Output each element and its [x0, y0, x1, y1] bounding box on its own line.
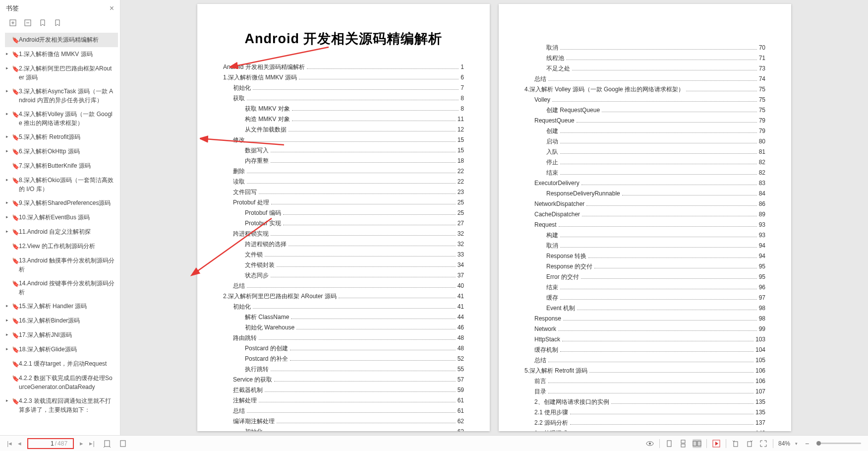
expand-icon[interactable] [6, 279, 11, 280]
toc-row[interactable]: 2.2 源码分析 137 [524, 418, 765, 427]
expand-icon[interactable] [6, 161, 11, 162]
toc-row[interactable]: 2.1 使用步骤 135 [524, 408, 765, 417]
toc-row[interactable]: 创建 RequestQueue75 [524, 106, 765, 115]
toc-row[interactable]: 文件锁33 [223, 250, 464, 259]
bookmark-item[interactable]: ▸🔖1.深入解析微信 MMKV 源码 [5, 47, 118, 62]
expand-icon[interactable] [6, 256, 11, 257]
toc-row[interactable]: 内存重整18 [223, 156, 464, 165]
toc-row[interactable]: 初始化41 [223, 302, 464, 311]
toc-row[interactable]: 读取22 [223, 177, 464, 186]
first-page-button[interactable]: |◂ [7, 440, 12, 447]
toc-row[interactable]: Protobuf 处理25 [223, 198, 464, 207]
bookmark-add-icon[interactable] [39, 19, 47, 27]
toc-row[interactable]: 总结74 [524, 74, 765, 83]
bookmark-item[interactable]: ▸🔖11.Android 自定义注解初探 [5, 225, 118, 239]
toc-row[interactable]: 取消94 [524, 241, 765, 250]
fullscreen-icon[interactable] [759, 439, 768, 448]
toc-row[interactable]: 2、创建网络请求接口的实例 135 [524, 397, 765, 406]
toc-row[interactable]: CacheDispatcher89 [524, 210, 765, 219]
toc-row[interactable]: 结束96 [524, 283, 765, 292]
expand-icon[interactable]: ▸ [6, 176, 11, 184]
toc-row[interactable]: 不足之处73 [524, 64, 765, 73]
expand-icon[interactable] [6, 374, 11, 375]
bookmark-item[interactable]: ▸🔖17.深入解析JNI源码 [5, 328, 118, 342]
expand-icon[interactable]: ▸ [6, 87, 11, 95]
toc-row[interactable]: 初始化62 [223, 427, 464, 431]
toc-row[interactable]: 缓存97 [524, 293, 765, 302]
toc-row[interactable]: Service 的获取57 [223, 375, 464, 384]
expand-icon[interactable]: ▸ [6, 316, 11, 324]
toc-row[interactable]: 总结40 [223, 281, 464, 290]
toc-row[interactable]: Response 的交付95 [524, 262, 765, 271]
bookmark-item[interactable]: ▸🔖2.深入解析阿里巴巴路由框架ARouter 源码 [5, 62, 118, 84]
expand-icon[interactable]: ▸ [6, 396, 11, 404]
toc-row[interactable]: 4.深入解析 Volley 源码（一款 Google 推出的网络请求框架）75 [524, 85, 765, 94]
toc-row[interactable]: 跨进程锁实现32 [223, 229, 464, 238]
toc-row[interactable]: 删除22 [223, 167, 464, 176]
toc-row[interactable]: 1、外观模式 140 [524, 429, 765, 431]
toc-row[interactable]: 入队81 [524, 147, 765, 156]
two-page-icon[interactable] [693, 439, 701, 448]
toc-row[interactable]: 修改15 [223, 135, 464, 144]
toc-row[interactable]: ExecutorDelivery83 [524, 179, 765, 188]
bookmark-item[interactable]: ▸🔖9.深入解析SharedPreferences源码 [5, 196, 118, 210]
expand-icon[interactable] [6, 359, 11, 360]
toc-row[interactable]: 解析 ClassName44 [223, 313, 464, 322]
toc-row[interactable]: 2.深入解析阿里巴巴路由框架 ARouter 源码41 [223, 292, 464, 301]
bookmark-item[interactable]: ▸🔖4.2.3 装载流程回调通知这里就不打算多讲了，主要线路如下： [5, 394, 118, 417]
continuous-page-icon[interactable] [679, 439, 688, 448]
toc-row[interactable]: 拦截器机制59 [223, 386, 464, 394]
toc-row[interactable]: 从文件加载数据12 [223, 125, 464, 134]
last-page-button[interactable]: ▸| [89, 440, 94, 447]
toc-row[interactable]: ResponseDeliveryRunnable84 [524, 189, 765, 198]
next-page-button[interactable]: ▸ [80, 440, 83, 447]
fit-page-icon[interactable] [103, 439, 112, 448]
prev-page-button[interactable]: ◂ [18, 440, 21, 447]
toc-row[interactable]: Protobuf 实现27 [223, 219, 464, 228]
bookmark-item[interactable]: ▸🔖10.深入解析EventBus 源码 [5, 210, 118, 225]
toc-row[interactable]: NetworkDispatcher86 [524, 199, 765, 208]
toc-row[interactable]: 目录107 [524, 387, 765, 396]
document-viewport[interactable]: Android 开发相关源码精编解析 Android 开发相关源码精编解析11.… [120, 0, 868, 435]
bookmark-item[interactable]: ▸🔖4.深入解析Volley 源码（一款 Google 推出的网络请求框架） [5, 107, 118, 130]
toc-row[interactable]: 文件锁封装34 [223, 260, 464, 269]
bookmark-item[interactable]: ▸🔖6.深入解析OkHttp 源码 [5, 144, 118, 159]
rotate-right-icon[interactable] [745, 439, 754, 448]
toc-row[interactable]: 数据写入15 [223, 146, 464, 155]
toc-row[interactable]: 前言106 [524, 377, 765, 386]
bookmark-item[interactable]: 🔖4.2.1 缓存target，并启动Request [5, 357, 118, 371]
zoom-dropdown-icon[interactable]: ▾ [795, 441, 798, 446]
collapse-all-icon[interactable] [24, 19, 32, 27]
toc-row[interactable]: 创建79 [524, 127, 765, 135]
expand-icon[interactable]: ▸ [6, 64, 11, 72]
toc-row[interactable]: 构造 MMKV 对象11 [223, 115, 464, 124]
bookmark-item[interactable]: 🔖14.Android 按键事件分发机制源码分析 [5, 276, 118, 299]
expand-icon[interactable]: ▸ [6, 147, 11, 155]
toc-row[interactable]: 执行跳转55 [223, 365, 464, 374]
toc-row[interactable]: 构建93 [524, 231, 765, 240]
toc-row[interactable]: Android 开发相关源码精编解析1 [223, 63, 464, 71]
bookmark-item[interactable]: ▸🔖3.深入解析AsyncTask 源码（一款 Android 内置的异步任务执… [5, 84, 118, 107]
bookmark-item[interactable]: ▸🔖16.深入解析Binder源码 [5, 314, 118, 328]
toc-row[interactable]: 获取8 [223, 94, 464, 103]
bookmark-item[interactable]: ▸🔖8.深入解析Okio源码（一套简洁高效的 I/O 库） [5, 173, 118, 196]
toc-row[interactable]: 缓存机制104 [524, 345, 765, 354]
toc-row[interactable]: 结束82 [524, 168, 765, 177]
toc-row[interactable]: RequestQueue79 [524, 116, 765, 125]
toc-row[interactable]: Response98 [524, 314, 765, 323]
expand-icon[interactable]: ▸ [6, 110, 11, 118]
zoom-percent[interactable]: 84% [778, 440, 790, 447]
expand-icon[interactable]: ▸ [6, 227, 11, 235]
expand-icon[interactable] [6, 242, 11, 243]
expand-icon[interactable]: ▸ [6, 50, 11, 58]
bookmark-icon[interactable] [54, 19, 61, 27]
page-number-box[interactable]: 1/487 [27, 438, 74, 449]
expand-icon[interactable]: ▸ [6, 213, 11, 221]
toc-row[interactable]: 线程池71 [524, 54, 765, 63]
bookmark-item[interactable]: 🔖13.Android 触摸事件分发机制源码分析 [5, 254, 118, 276]
rotate-left-icon[interactable] [731, 439, 740, 448]
toc-row[interactable]: Postcard 的创建48 [223, 344, 464, 353]
toc-row[interactable]: 总结105 [524, 356, 765, 365]
toc-row[interactable]: HttpStack103 [524, 335, 765, 344]
expand-icon[interactable]: ▸ [6, 198, 11, 206]
